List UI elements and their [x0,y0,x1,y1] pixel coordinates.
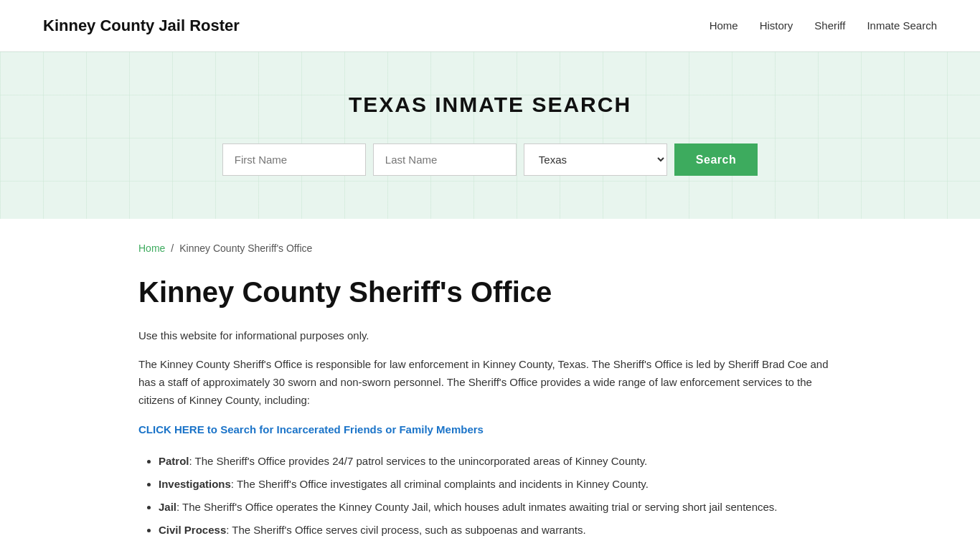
last-name-input[interactable] [373,143,517,176]
hero-section: TEXAS INMATE SEARCH TexasAlabamaAlaskaAr… [0,52,980,219]
breadcrumb-current: Kinney County Sheriff's Office [179,240,312,256]
nav-inmate-search[interactable]: Inmate Search [867,17,937,34]
hero-title: TEXAS INMATE SEARCH [14,88,966,122]
first-name-input[interactable] [222,143,366,176]
nav-home[interactable]: Home [710,17,738,34]
nav-history[interactable]: History [760,17,793,34]
list-item: Jail: The Sheriff's Office operates the … [159,499,842,516]
list-item: Patrol: The Sheriff's Office provides 24… [159,453,842,470]
main-nav: Home History Sheriff Inmate Search [710,17,937,34]
breadcrumb-home[interactable]: Home [138,240,165,256]
site-header: Kinney County Jail Roster Home History S… [0,0,980,52]
state-select[interactable]: TexasAlabamaAlaskaArizonaArkansasCalifor… [524,143,667,176]
site-logo[interactable]: Kinney County Jail Roster [43,13,240,38]
main-content: Home / Kinney County Sheriff's Office Ki… [95,219,885,551]
description-text: The Kinney County Sheriff's Office is re… [138,356,842,409]
services-list: Patrol: The Sheriff's Office provides 24… [138,453,842,539]
nav-sheriff[interactable]: Sheriff [814,17,845,34]
breadcrumb-separator: / [171,240,174,256]
list-item: Civil Process: The Sheriff's Office serv… [159,522,842,539]
search-button[interactable]: Search [674,143,758,176]
intro-text: Use this website for informational purpo… [138,327,842,345]
cta-search-link[interactable]: CLICK HERE to Search for Incarcerated Fr… [138,421,842,438]
page-title: Kinney County Sheriff's Office [138,275,842,309]
list-item: Investigations: The Sheriff's Office inv… [159,476,842,493]
breadcrumb: Home / Kinney County Sheriff's Office [138,240,842,256]
inmate-search-form: TexasAlabamaAlaskaArizonaArkansasCalifor… [14,143,966,176]
